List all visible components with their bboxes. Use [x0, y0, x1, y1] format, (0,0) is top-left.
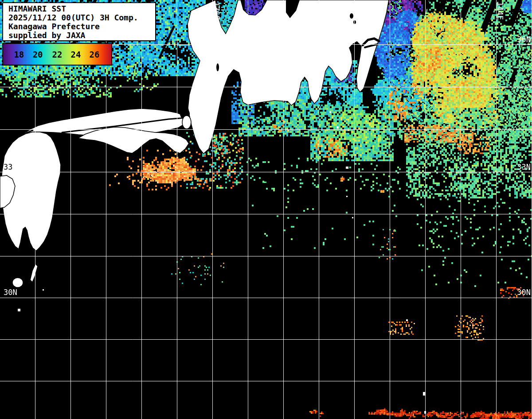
sst-map-canvas [0, 0, 532, 419]
sst-map-stage: 136E 144E 36N 33N 33 30N 30N HIMAWARI SS… [0, 0, 532, 419]
